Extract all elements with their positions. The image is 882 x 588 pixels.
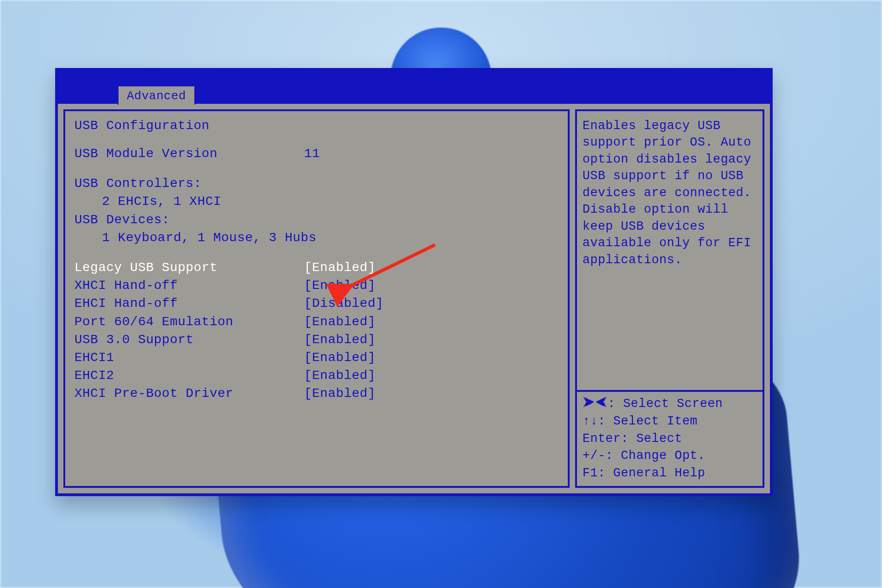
section-title-usb-configuration: USB Configuration	[74, 119, 559, 133]
setting-value: [Enabled]	[304, 331, 559, 349]
row-usb-controllers-value: 2 EHCIs, 1 XHCI	[74, 192, 559, 210]
setting-ehci-hand-off[interactable]: EHCI Hand-off [Disabled]	[74, 294, 559, 312]
bios-key-hints: ⮞⮜: Select Screen ↑↓: Select Item Enter:…	[575, 390, 764, 488]
setting-label: Port 60/64 Emulation	[74, 313, 304, 331]
setting-xhci-hand-off[interactable]: XHCI Hand-off [Enabled]	[74, 277, 559, 294]
setting-label: EHCI2	[74, 367, 304, 384]
setting-label: Legacy USB Support	[74, 259, 304, 277]
setting-value: [Enabled]	[304, 367, 559, 384]
hint-general-help: F1: General Help	[582, 465, 757, 482]
row-usb-devices-value: 1 Keyboard, 1 Mouse, 3 Hubs	[74, 229, 559, 247]
tab-advanced[interactable]: Advanced	[118, 85, 195, 105]
value-usb-controllers: 2 EHCIs, 1 XHCI	[74, 192, 332, 210]
setting-ehci2[interactable]: EHCI2 [Enabled]	[74, 367, 559, 384]
bios-settings-panel: USB Configuration USB Module Version 11 …	[63, 109, 570, 488]
setting-value: [Enabled]	[304, 349, 559, 367]
setting-value: [Enabled]	[304, 313, 559, 331]
setting-label: EHCI1	[74, 349, 304, 367]
setting-value: [Disabled]	[304, 294, 559, 312]
setting-value: [Enabled]	[304, 277, 559, 294]
row-usb-controllers-label: USB Controllers:	[74, 175, 559, 192]
label-usb-module-version: USB Module Version	[74, 145, 304, 163]
setting-xhci-pre-boot-driver[interactable]: XHCI Pre-Boot Driver [Enabled]	[74, 384, 559, 402]
value-usb-devices: 1 Keyboard, 1 Mouse, 3 Hubs	[74, 229, 332, 247]
hint-select-screen: ⮞⮜: Select Screen	[582, 396, 757, 413]
value-usb-module-version: 11	[304, 145, 559, 163]
hint-select-item: ↑↓: Select Item	[582, 413, 757, 430]
setting-label: EHCI Hand-off	[74, 294, 304, 312]
setting-label: XHCI Pre-Boot Driver	[74, 384, 304, 402]
setting-value: [Enabled]	[304, 384, 559, 402]
hint-change-opt: +/-: Change Opt.	[582, 447, 757, 465]
row-usb-devices-label: USB Devices:	[74, 211, 559, 229]
row-usb-module-version: USB Module Version 11	[74, 145, 559, 163]
setting-port-60-64-emulation[interactable]: Port 60/64 Emulation [Enabled]	[74, 313, 559, 331]
bios-window: Advanced USB Configuration USB Module Ve…	[55, 68, 773, 496]
label-usb-controllers: USB Controllers:	[74, 175, 304, 192]
bios-help-panel: Enables legacy USB support prior OS. Aut…	[575, 109, 764, 392]
setting-usb-3-0-support[interactable]: USB 3.0 Support [Enabled]	[74, 331, 559, 349]
setting-label: USB 3.0 Support	[74, 331, 304, 349]
bios-tab-bar: Advanced	[58, 71, 770, 104]
setting-label: XHCI Hand-off	[74, 277, 304, 294]
label-usb-devices: USB Devices:	[74, 211, 304, 229]
setting-ehci1[interactable]: EHCI1 [Enabled]	[74, 349, 559, 367]
hint-enter: Enter: Select	[582, 430, 757, 448]
setting-legacy-usb-support[interactable]: Legacy USB Support [Enabled]	[74, 259, 559, 277]
setting-value: [Enabled]	[304, 259, 559, 277]
